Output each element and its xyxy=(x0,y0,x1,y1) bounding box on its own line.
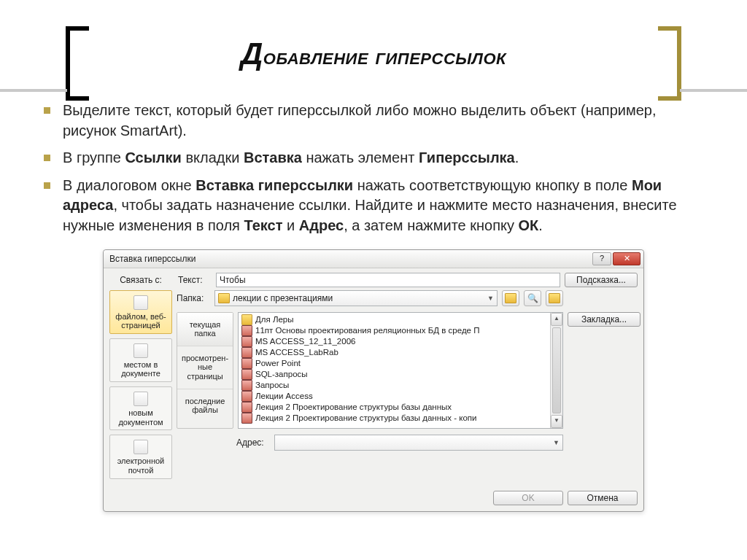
up-one-level-button[interactable] xyxy=(502,290,519,306)
browse-tabs: текущая папка просмотрен- ные страницы п… xyxy=(177,312,233,429)
dialog-body: Связать с: Текст: Чтобы Подсказка... фай… xyxy=(104,268,643,488)
browse-file-button[interactable] xyxy=(546,290,563,306)
bullet-text: В диалоговом окне Вставка гиперссылки на… xyxy=(63,177,677,233)
folder-icon xyxy=(241,314,252,325)
email-icon xyxy=(133,440,148,454)
close-button[interactable]: ✕ xyxy=(613,252,640,265)
title-underline-left xyxy=(0,89,67,92)
folder-up-icon xyxy=(505,293,516,303)
dialog-footer: OK Отмена xyxy=(104,488,643,511)
tab-browsed-pages[interactable]: просмотрен- ные страницы xyxy=(177,346,233,389)
file-name: 11пт Основы проектирования реляционных Б… xyxy=(255,325,479,336)
slide-title-initial: Д xyxy=(241,36,263,71)
file-name: Для Леры xyxy=(255,314,294,325)
file-row[interactable]: SQL-запросы xyxy=(239,369,551,380)
file-row[interactable]: Лекция 2 Проектирование структуры базы д… xyxy=(239,402,551,413)
open-folder-icon xyxy=(549,293,560,303)
title-underline-right xyxy=(680,89,747,92)
bullet-text: В группе Ссылки вкладки Вставка нажать э… xyxy=(63,149,519,166)
dialog-titlebar[interactable]: Вставка гиперссылки ? ✕ xyxy=(104,250,643,268)
document-icon xyxy=(241,402,252,413)
help-button[interactable]: ? xyxy=(592,252,611,265)
tab-current-folder[interactable]: текущая папка xyxy=(177,313,233,346)
file-row[interactable]: Power Point xyxy=(239,358,551,369)
chevron-down-icon: ▼ xyxy=(553,436,560,449)
file-row[interactable]: Лекции Access xyxy=(239,391,551,402)
file-name: Лекции Access xyxy=(255,391,313,402)
scroll-thumb[interactable] xyxy=(552,327,561,413)
link-to-new-doc[interactable]: новым документом xyxy=(109,386,172,430)
bracket-right-icon xyxy=(658,26,681,101)
linkto-label: новым документом xyxy=(118,408,163,427)
slide-title-rest: обавление гиперссылок xyxy=(263,43,506,69)
file-name: Запросы xyxy=(255,380,289,391)
magnifier-icon: 🔍 xyxy=(527,293,538,303)
slide-bullets: Выделите текст, который будет гиперссылк… xyxy=(44,101,696,236)
scrollbar[interactable]: ▲ ▼ xyxy=(550,313,562,428)
document-icon xyxy=(241,347,252,358)
text-input[interactable]: Чтобы xyxy=(216,273,560,287)
file-row[interactable]: 11пт Основы проектирования реляционных Б… xyxy=(239,325,551,336)
bookmark-icon xyxy=(133,343,148,358)
file-row[interactable]: Лекция 2 Проектирование структуры базы д… xyxy=(239,413,551,424)
help-icon: ? xyxy=(600,254,604,262)
link-to-place-in-doc[interactable]: местом в документе xyxy=(109,338,172,382)
bullet-item: В диалоговом окне Вставка гиперссылки на… xyxy=(44,176,696,236)
folder-row: Папка: лекции с презентациями ▼ 🔍 xyxy=(177,290,563,306)
globe-file-icon xyxy=(133,295,148,310)
folder-label: Папка: xyxy=(177,293,210,303)
document-icon xyxy=(241,358,252,369)
browse-web-button[interactable]: 🔍 xyxy=(524,290,541,306)
dialog-right-column: Закладка... xyxy=(568,290,638,327)
document-icon xyxy=(241,369,252,380)
file-name: MS ACCESS_LabRab xyxy=(255,347,338,358)
tooltip-button[interactable]: Подсказка... xyxy=(565,273,638,287)
address-row: Адрес: ▼ xyxy=(177,435,563,451)
folder-icon xyxy=(218,293,230,303)
file-row[interactable]: MS ACCESS_LabRab xyxy=(239,347,551,358)
file-name: SQL-запросы xyxy=(255,369,308,380)
scroll-down-button[interactable]: ▼ xyxy=(551,415,562,428)
tab-recent-files[interactable]: последние файлы xyxy=(177,389,233,422)
file-list-inner: Для Леры11пт Основы проектирования реляц… xyxy=(239,313,551,428)
bullet-item: Выделите текст, который будет гиперссылк… xyxy=(44,101,696,141)
folder-value: лекции с презентациями xyxy=(233,292,333,305)
scroll-up-button[interactable]: ▲ xyxy=(551,313,562,326)
file-row[interactable]: MS ACCESS_12_11_2006 xyxy=(239,336,551,347)
document-icon xyxy=(241,336,252,347)
dialog-title: Вставка гиперссылки xyxy=(109,254,196,264)
address-input[interactable]: ▼ xyxy=(274,435,563,451)
linkto-label: местом в документе xyxy=(121,360,160,378)
dialog-main-row: файлом, веб-страницей местом в документе… xyxy=(109,290,638,479)
ok-button[interactable]: OK xyxy=(493,491,563,505)
linkto-label: файлом, веб-страницей xyxy=(115,312,166,330)
address-label: Адрес: xyxy=(236,438,270,448)
document-icon xyxy=(241,325,252,336)
window-buttons: ? ✕ xyxy=(592,252,640,265)
text-row: Связать с: Текст: Чтобы Подсказка... xyxy=(109,273,638,287)
document-icon xyxy=(241,391,252,402)
cancel-button[interactable]: Отмена xyxy=(568,491,638,505)
file-name: MS ACCESS_12_11_2006 xyxy=(255,336,355,347)
bullet-item: В группе Ссылки вкладки Вставка нажать э… xyxy=(44,148,696,168)
link-to-label: Связать с: xyxy=(109,275,174,285)
chevron-down-icon: ▼ xyxy=(487,292,494,305)
file-list[interactable]: Для Леры11пт Основы проектирования реляц… xyxy=(238,312,563,429)
dialog-center-column: Папка: лекции с презентациями ▼ 🔍 xyxy=(177,290,563,454)
document-icon xyxy=(241,380,252,391)
text-label: Текст: xyxy=(178,275,212,285)
bookmark-button[interactable]: Закладка... xyxy=(568,312,640,327)
new-doc-icon xyxy=(133,392,148,406)
document-icon xyxy=(241,413,252,424)
link-to-sidebar: файлом, веб-страницей местом в документе… xyxy=(109,290,172,479)
file-row[interactable]: Запросы xyxy=(239,380,551,391)
folder-dropdown[interactable]: лекции с презентациями ▼ xyxy=(214,290,498,306)
slide-title-area: Добавление гиперссылок xyxy=(0,0,747,86)
linkto-label: электронной почтой xyxy=(117,456,165,475)
slide-title: Добавление гиперссылок xyxy=(66,36,681,71)
link-to-email[interactable]: электронной почтой xyxy=(109,435,172,478)
insert-hyperlink-dialog: Вставка гиперссылки ? ✕ Связать с: Текст… xyxy=(103,249,644,512)
link-to-file-web[interactable]: файлом, веб-страницей xyxy=(109,290,172,334)
file-name: Лекция 2 Проектирование структуры базы д… xyxy=(255,402,452,413)
file-row[interactable]: Для Леры xyxy=(239,314,551,325)
